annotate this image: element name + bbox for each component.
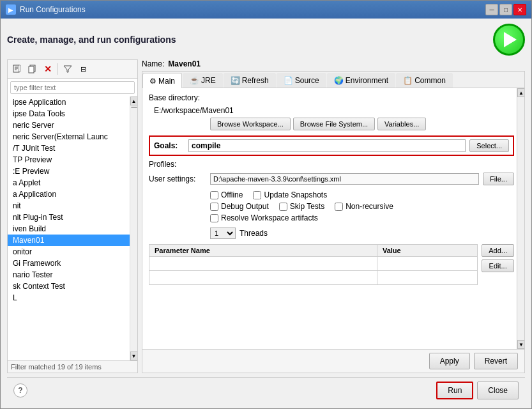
list-item[interactable]: neric Server(External Launc	[8, 131, 137, 143]
bottom-left: ?	[13, 383, 27, 397]
scroll-up-arrow[interactable]: ▲	[130, 96, 138, 105]
tab-refresh[interactable]: 🔄 Refresh	[224, 73, 276, 88]
main-tab-icon: ⚙	[149, 77, 156, 86]
debug-output-label: Debug Output	[221, 202, 269, 211]
parameters-area: Parameter Name Value	[149, 244, 514, 288]
offline-checkbox[interactable]	[210, 191, 218, 199]
header-row: Create, manage, and run configurations	[7, 24, 525, 56]
threads-select[interactable]: 1 2 4	[210, 228, 236, 239]
tab-source[interactable]: 📄 Source	[277, 73, 326, 88]
list-item[interactable]: onitor	[8, 246, 137, 258]
edit-param-button[interactable]: Edit...	[482, 259, 514, 272]
close-window-button[interactable]: ✕	[513, 4, 526, 15]
list-item[interactable]: TP Preview	[8, 154, 137, 166]
list-item[interactable]: /T JUnit Test	[8, 143, 137, 154]
update-snapshots-checkbox-item[interactable]: Update Snapshots	[253, 190, 327, 199]
copy-button[interactable]	[26, 62, 40, 76]
skip-tests-checkbox[interactable]	[279, 203, 287, 211]
apply-button[interactable]: Apply	[429, 353, 470, 369]
run-button[interactable]: Run	[436, 382, 473, 399]
resolve-workspace-checkbox[interactable]	[210, 214, 218, 222]
skip-tests-checkbox-item[interactable]: Skip Tests	[279, 202, 324, 211]
debug-output-checkbox-item[interactable]: Debug Output	[210, 202, 269, 211]
list-item[interactable]: neric Server	[8, 120, 137, 131]
filter-button[interactable]	[61, 62, 75, 76]
list-item[interactable]: L	[8, 292, 137, 304]
goals-input[interactable]	[188, 139, 466, 152]
tab-environment[interactable]: 🌍 Environment	[327, 73, 395, 88]
list-item[interactable]: ipse Data Tools	[8, 108, 137, 120]
debug-output-checkbox[interactable]	[210, 203, 218, 211]
checkbox-row-3: Resolve Workspace artifacts	[210, 213, 514, 222]
title-bar: ▶ Run Configurations ─ □ ✕	[1, 1, 531, 19]
name-row: Name: Maven01	[142, 59, 525, 68]
skip-tests-label: Skip Tests	[290, 202, 324, 211]
list-item[interactable]: iven Build	[8, 223, 137, 235]
table-row	[149, 271, 478, 285]
offline-checkbox-item[interactable]: Offline	[210, 190, 243, 199]
new-button[interactable]	[10, 62, 24, 76]
content-scrollbar[interactable]: ▲ ▼	[517, 88, 524, 349]
list-item[interactable]: sk Context Test	[8, 281, 137, 292]
update-snapshots-checkbox[interactable]	[253, 191, 261, 199]
list-item[interactable]: nit	[8, 200, 137, 212]
tab-main-label: Main	[158, 77, 175, 86]
tab-main[interactable]: ⚙ Main	[142, 73, 182, 88]
title-bar-left: ▶ Run Configurations	[6, 4, 86, 15]
list-item[interactable]: a Application	[8, 189, 137, 200]
help-button[interactable]: ?	[13, 383, 27, 397]
revert-button[interactable]: Revert	[474, 353, 518, 369]
resolve-workspace-checkbox-item[interactable]: Resolve Workspace artifacts	[210, 213, 318, 222]
non-recursive-checkbox-item[interactable]: Non-recursive	[335, 202, 393, 211]
list-item[interactable]: a Applet	[8, 177, 137, 189]
non-recursive-checkbox[interactable]	[335, 203, 343, 211]
name-label: Name:	[142, 59, 164, 68]
browse-workspace-button[interactable]: Browse Workspace...	[210, 118, 291, 130]
tab-environment-label: Environment	[346, 76, 388, 85]
update-snapshots-label: Update Snapshots	[264, 190, 327, 199]
close-button[interactable]: Close	[477, 382, 519, 399]
filter-status: Filter matched 19 of 19 items	[8, 360, 137, 373]
param-value-cell	[377, 271, 477, 285]
tab-jre[interactable]: ☕ JRE	[183, 73, 223, 88]
list-scrollbar[interactable]: ▲ ▼	[130, 96, 137, 360]
scroll-down-btn[interactable]: ▼	[517, 340, 524, 349]
filter-input[interactable]	[10, 81, 135, 94]
list-item[interactable]: Maven01	[8, 235, 137, 246]
delete-button[interactable]: ✕	[41, 62, 55, 76]
run-icon-button[interactable]	[493, 24, 525, 56]
base-directory-value-row: E:/workspace/Maven01	[154, 106, 514, 115]
file-button[interactable]: File...	[483, 173, 514, 185]
copy-icon	[28, 65, 37, 73]
list-item[interactable]: nit Plug-in Test	[8, 212, 137, 223]
scroll-down-arrow[interactable]: ▼	[130, 351, 138, 360]
bottom-right: Run Close	[436, 382, 519, 399]
select-button[interactable]: Select...	[469, 139, 509, 152]
list-item[interactable]: ipse Application	[8, 96, 137, 108]
browse-filesystem-button[interactable]: Browse File System...	[293, 118, 375, 130]
collapse-button[interactable]: ⊟	[76, 62, 90, 76]
param-name-cell	[149, 257, 377, 271]
tab-jre-label: JRE	[201, 76, 216, 85]
maximize-button[interactable]: □	[499, 4, 512, 15]
apply-revert-row: Apply Revert	[142, 349, 524, 373]
add-param-button[interactable]: Add...	[482, 244, 514, 257]
list-item[interactable]: Gi Framework	[8, 258, 137, 269]
variables-button[interactable]: Variables...	[377, 118, 426, 130]
base-directory-label: Base directory:	[149, 93, 206, 102]
list-item[interactable]: nario Tester	[8, 269, 137, 281]
minimize-button[interactable]: ─	[485, 4, 498, 15]
threads-row: 1 2 4 Threads	[210, 228, 514, 239]
parameters-table: Parameter Name Value	[149, 244, 478, 285]
checkbox-row-2: Debug Output Skip Tests Non-recursive	[210, 202, 514, 211]
list-item[interactable]: :E Preview	[8, 166, 137, 177]
jre-tab-icon: ☕	[190, 76, 199, 85]
goals-label: Goals:	[154, 141, 185, 150]
tab-common[interactable]: 📋 Common	[396, 73, 453, 88]
non-recursive-label: Non-recursive	[346, 202, 393, 211]
scroll-thumb[interactable]	[131, 107, 137, 108]
left-panel: ✕ ⊟ ipse Applicationipse Data Toolsneric…	[7, 59, 138, 373]
base-directory-value: E:/workspace/Maven01	[154, 106, 514, 115]
scroll-up-btn[interactable]: ▲	[517, 88, 524, 97]
user-settings-input[interactable]	[210, 173, 479, 185]
